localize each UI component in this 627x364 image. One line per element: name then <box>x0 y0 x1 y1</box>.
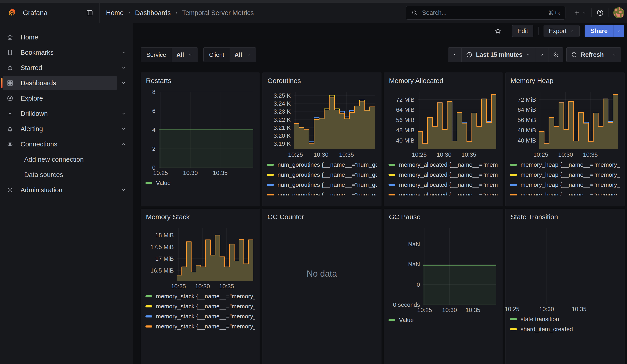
legend-item[interactable]: num_goroutines {__name__="num_goroutines… <box>267 171 377 179</box>
share-menu-button[interactable] <box>614 25 624 37</box>
client-filter[interactable]: Client All <box>203 48 256 62</box>
time-back-button[interactable] <box>448 48 462 62</box>
gc-pause-chart[interactable]: 0 seconds0NaNNaN10:2510:3010:35 <box>388 226 498 313</box>
memory-allocated-legend: memory_allocated {__name__="memory_alloc… <box>388 160 498 196</box>
refresh-interval-button[interactable] <box>608 48 621 62</box>
legend-item[interactable]: memory_allocated {__name__="memory_alloc… <box>388 181 498 189</box>
legend-label: memory_stack {__name__="memory_stack", <box>156 323 255 330</box>
export-button[interactable]: Export <box>544 25 579 37</box>
panel-state-transition: State Transition 10:2510:3010:35 state t… <box>505 209 625 364</box>
sidebar-item-home-link[interactable]: Home <box>3 30 117 44</box>
refresh-button[interactable]: Refresh <box>567 48 608 62</box>
sidebar-item-data-sources-link[interactable]: Data sources <box>3 168 117 182</box>
legend-item[interactable]: memory_allocated {__name__="memory_alloc… <box>388 191 498 196</box>
svg-text:56 MiB: 56 MiB <box>396 116 415 123</box>
legend-item[interactable]: memory_heap {__name__="memory_heap", <box>510 161 620 168</box>
svg-text:6: 6 <box>152 107 156 114</box>
sidebar-item-bookmarks-link[interactable]: Bookmarks <box>3 45 117 59</box>
search-bar[interactable]: ⌘+k <box>406 6 566 20</box>
zoom-out-button[interactable] <box>549 48 563 62</box>
chevron-down-icon[interactable] <box>117 49 130 56</box>
memory-allocated-chart[interactable]: 40 MiB48 MiB56 MiB64 MiB72 MiB10:2510:30… <box>388 90 498 158</box>
service-filter-value: All <box>176 51 184 58</box>
svg-text:10:25: 10:25 <box>412 151 427 158</box>
legend-item[interactable]: memory_stack {__name__="memory_stack", <box>146 292 255 300</box>
panel-title[interactable]: Memory Heap <box>511 77 620 85</box>
legend-label: num_goroutines {__name__="num_goroutines… <box>277 171 377 178</box>
svg-text:10:30: 10:30 <box>437 151 451 158</box>
legend-item[interactable]: Value <box>146 179 255 187</box>
user-avatar[interactable] <box>613 7 624 18</box>
panel-title[interactable]: GC Pause <box>389 213 498 221</box>
legend-item[interactable]: memory_heap {__name__="memory_heap", <box>510 191 620 196</box>
sidebar-item-drilldown: Drilldown <box>3 106 130 121</box>
sidebar-item-explore-link[interactable]: Explore <box>3 91 117 105</box>
legend-swatch <box>388 319 395 321</box>
state-transition-chart[interactable]: 10:2510:3010:35 <box>506 226 625 312</box>
svg-text:10:35: 10:35 <box>219 283 234 290</box>
home-icon <box>6 34 14 41</box>
panel-title[interactable]: Goroutines <box>267 77 377 85</box>
legend-item[interactable]: memory_stack {__name__="memory_stack", <box>146 322 255 330</box>
help-button[interactable] <box>596 9 604 17</box>
window-top-strip <box>0 0 627 3</box>
memory-heap-chart[interactable]: 40 MiB48 MiB56 MiB64 MiB72 MiB10:2510:30… <box>510 90 620 158</box>
sidebar-item-dashboards-link[interactable]: Dashboards <box>3 76 117 90</box>
panel-title[interactable]: Memory Allocated <box>389 77 498 85</box>
chevron-up-icon[interactable] <box>117 141 130 147</box>
panel-title[interactable]: GC Counter <box>267 213 377 221</box>
sidebar-item-starred-link[interactable]: Starred <box>3 61 117 75</box>
legend-swatch <box>267 174 274 176</box>
legend-item[interactable]: memory_heap {__name__="memory_heap", <box>510 181 620 189</box>
breadcrumb-item[interactable]: Home <box>106 9 124 17</box>
sidebar-toggle-icon[interactable] <box>86 9 94 17</box>
svg-text:NaN: NaN <box>408 241 420 248</box>
legend-item[interactable]: memory_allocated {__name__="memory_alloc… <box>388 171 498 179</box>
panel-title[interactable]: Memory Stack <box>146 213 255 221</box>
panel-memory-heap: Memory Heap 40 MiB48 MiB56 MiB64 MiB72 M… <box>505 73 625 207</box>
sidebar-item-alerting-link[interactable]: Alerting <box>3 122 117 136</box>
legend-item[interactable]: memory_stack {__name__="memory_stack", <box>146 312 255 320</box>
legend-label: num_goroutines {__name__="num_goroutines… <box>277 161 377 168</box>
legend-item[interactable]: state transition <box>510 315 620 323</box>
sidebar-item-drilldown-link[interactable]: Drilldown <box>3 106 117 121</box>
state-transition-legend: state transitionshard_item_created <box>510 314 620 333</box>
sidebar-item-add-new-connection-link[interactable]: Add new connection <box>3 152 117 166</box>
legend-item[interactable]: Value <box>388 316 498 324</box>
clock-icon <box>466 51 473 58</box>
service-filter[interactable]: Service All <box>141 48 198 62</box>
time-forward-button[interactable] <box>535 48 549 62</box>
panel-title[interactable]: Restarts <box>146 77 255 85</box>
sidebar-item-connections-link[interactable]: Connections <box>3 137 117 151</box>
sidebar-item-label: Administration <box>20 186 62 194</box>
legend-item[interactable]: memory_heap {__name__="memory_heap", <box>510 171 620 179</box>
chevron-down-icon[interactable] <box>117 110 130 117</box>
svg-text:10:25: 10:25 <box>417 307 432 313</box>
restarts-chart[interactable]: 0246810:2510:3010:35 <box>146 90 255 176</box>
gear-icon <box>6 186 14 194</box>
connections-icon <box>6 141 14 148</box>
time-range-button[interactable]: Last 15 minutes <box>462 48 535 62</box>
chevron-down-icon[interactable] <box>117 80 130 86</box>
svg-text:10:25: 10:25 <box>506 306 519 312</box>
chevron-down-icon[interactable] <box>117 64 130 71</box>
legend-item[interactable]: memory_stack {__name__="memory_stack", <box>146 303 255 310</box>
memory-stack-chart[interactable]: 16.5 MiB17 MiB17.5 MiB18 MiB10:2510:3010… <box>146 226 255 290</box>
legend-item[interactable]: memory_allocated {__name__="memory_alloc… <box>388 161 498 168</box>
legend-item[interactable]: num_goroutines {__name__="num_goroutines… <box>267 161 377 168</box>
search-input[interactable] <box>421 9 548 17</box>
legend-item[interactable]: num_goroutines {__name__="num_goroutines… <box>267 181 377 189</box>
legend-item[interactable]: num_goroutines {__name__="num_goroutines… <box>267 191 377 196</box>
favorite-star-icon[interactable] <box>494 27 502 35</box>
grafana-logo[interactable] <box>6 7 17 18</box>
legend-item[interactable]: shard_item_created <box>510 325 620 333</box>
sidebar-item-administration-link[interactable]: Administration <box>3 183 117 197</box>
breadcrumb-item[interactable]: Dashboards <box>135 9 170 17</box>
chevron-down-icon[interactable] <box>117 187 130 193</box>
share-button[interactable]: Share <box>585 25 614 37</box>
chevron-down-icon[interactable] <box>117 126 130 132</box>
goroutines-chart[interactable]: 3.19 K3.20 K3.21 K3.22 K3.23 K3.24 K3.25… <box>267 90 377 158</box>
add-new-button[interactable] <box>573 9 587 16</box>
panel-title[interactable]: State Transition <box>511 213 620 221</box>
edit-button[interactable]: Edit <box>512 25 533 37</box>
